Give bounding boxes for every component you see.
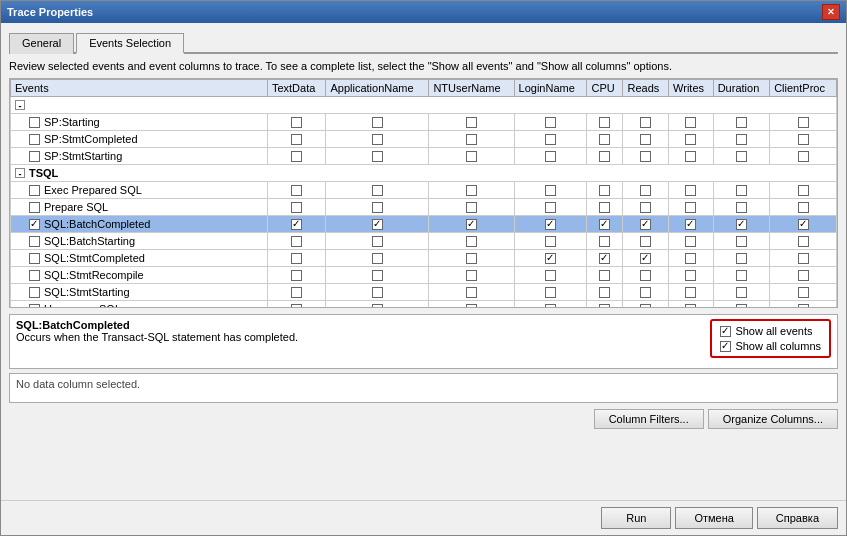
cell-checkbox[interactable] <box>736 236 747 247</box>
cell-checkbox[interactable] <box>798 134 809 145</box>
cell-checkbox[interactable] <box>640 219 651 230</box>
cell-checkbox[interactable] <box>372 202 383 213</box>
table-row[interactable]: SQL:StmtStarting <box>11 284 837 301</box>
table-row[interactable]: -TSQL <box>11 165 837 182</box>
cell-checkbox[interactable] <box>545 287 556 298</box>
cell-checkbox[interactable] <box>599 304 610 308</box>
show-all-columns-checkbox[interactable] <box>720 341 731 352</box>
cell-checkbox[interactable] <box>466 236 477 247</box>
cell-checkbox[interactable] <box>466 253 477 264</box>
cell-checkbox[interactable] <box>545 304 556 308</box>
cell-checkbox[interactable] <box>736 270 747 281</box>
cell-checkbox[interactable] <box>736 202 747 213</box>
row-checkbox[interactable] <box>29 253 40 264</box>
cell-checkbox[interactable] <box>291 236 302 247</box>
row-checkbox[interactable] <box>29 219 40 230</box>
cell-checkbox[interactable] <box>685 304 696 308</box>
cell-checkbox[interactable] <box>545 253 556 264</box>
cell-checkbox[interactable] <box>599 134 610 145</box>
cell-checkbox[interactable] <box>466 219 477 230</box>
cell-checkbox[interactable] <box>291 134 302 145</box>
cell-checkbox[interactable] <box>291 287 302 298</box>
show-all-columns-row[interactable]: Show all columns <box>720 340 821 352</box>
cell-checkbox[interactable] <box>685 270 696 281</box>
cell-checkbox[interactable] <box>736 151 747 162</box>
cell-checkbox[interactable] <box>599 287 610 298</box>
cell-checkbox[interactable] <box>372 219 383 230</box>
cell-checkbox[interactable] <box>599 185 610 196</box>
row-checkbox[interactable] <box>29 117 40 128</box>
cell-checkbox[interactable] <box>291 270 302 281</box>
cell-checkbox[interactable] <box>640 253 651 264</box>
cell-checkbox[interactable] <box>798 151 809 162</box>
cell-checkbox[interactable] <box>545 270 556 281</box>
cell-checkbox[interactable] <box>545 117 556 128</box>
cell-checkbox[interactable] <box>736 253 747 264</box>
cell-checkbox[interactable] <box>466 151 477 162</box>
cell-checkbox[interactable] <box>685 202 696 213</box>
table-row[interactable]: SP:StmtStarting <box>11 148 837 165</box>
cell-checkbox[interactable] <box>372 117 383 128</box>
table-row[interactable]: SP:Starting <box>11 114 837 131</box>
cell-checkbox[interactable] <box>372 134 383 145</box>
cell-checkbox[interactable] <box>685 219 696 230</box>
cell-checkbox[interactable] <box>798 304 809 308</box>
table-row[interactable]: Unprepare SQL <box>11 301 837 309</box>
cell-checkbox[interactable] <box>599 253 610 264</box>
run-button[interactable]: Run <box>601 507 671 529</box>
table-row[interactable]: SQL:StmtRecompile <box>11 267 837 284</box>
row-checkbox[interactable] <box>29 185 40 196</box>
column-filters-button[interactable]: Column Filters... <box>594 409 704 429</box>
cell-checkbox[interactable] <box>798 253 809 264</box>
cell-checkbox[interactable] <box>291 219 302 230</box>
cell-checkbox[interactable] <box>640 185 651 196</box>
cell-checkbox[interactable] <box>798 219 809 230</box>
tab-general[interactable]: General <box>9 33 74 54</box>
cell-checkbox[interactable] <box>736 304 747 308</box>
table-row[interactable]: SP:StmtCompleted <box>11 131 837 148</box>
help-button[interactable]: Справка <box>757 507 838 529</box>
cell-checkbox[interactable] <box>736 185 747 196</box>
cell-checkbox[interactable] <box>685 253 696 264</box>
row-checkbox[interactable] <box>29 270 40 281</box>
row-checkbox[interactable] <box>29 134 40 145</box>
cell-checkbox[interactable] <box>736 134 747 145</box>
cell-checkbox[interactable] <box>372 287 383 298</box>
row-checkbox[interactable] <box>29 287 40 298</box>
events-table-container[interactable]: Events TextData ApplicationName NTUserNa… <box>9 78 838 308</box>
cell-checkbox[interactable] <box>466 270 477 281</box>
cell-checkbox[interactable] <box>372 236 383 247</box>
cell-checkbox[interactable] <box>372 151 383 162</box>
cell-checkbox[interactable] <box>466 202 477 213</box>
cell-checkbox[interactable] <box>599 236 610 247</box>
cell-checkbox[interactable] <box>599 219 610 230</box>
cell-checkbox[interactable] <box>798 236 809 247</box>
cell-checkbox[interactable] <box>466 134 477 145</box>
cell-checkbox[interactable] <box>291 117 302 128</box>
cell-checkbox[interactable] <box>736 287 747 298</box>
cell-checkbox[interactable] <box>599 270 610 281</box>
cell-checkbox[interactable] <box>545 185 556 196</box>
cell-checkbox[interactable] <box>291 202 302 213</box>
cell-checkbox[interactable] <box>372 185 383 196</box>
cell-checkbox[interactable] <box>685 117 696 128</box>
cell-checkbox[interactable] <box>640 287 651 298</box>
cell-checkbox[interactable] <box>545 219 556 230</box>
cell-checkbox[interactable] <box>798 202 809 213</box>
cell-checkbox[interactable] <box>545 202 556 213</box>
cell-checkbox[interactable] <box>736 219 747 230</box>
cell-checkbox[interactable] <box>685 185 696 196</box>
cancel-button[interactable]: Отмена <box>675 507 752 529</box>
cell-checkbox[interactable] <box>640 270 651 281</box>
cell-checkbox[interactable] <box>466 304 477 308</box>
cell-checkbox[interactable] <box>291 253 302 264</box>
cell-checkbox[interactable] <box>798 185 809 196</box>
cell-checkbox[interactable] <box>466 287 477 298</box>
cell-checkbox[interactable] <box>466 185 477 196</box>
show-all-events-row[interactable]: Show all events <box>720 325 821 337</box>
cell-checkbox[interactable] <box>640 304 651 308</box>
cell-checkbox[interactable] <box>372 270 383 281</box>
cell-checkbox[interactable] <box>372 304 383 308</box>
tab-events-selection[interactable]: Events Selection <box>76 33 184 54</box>
cell-checkbox[interactable] <box>640 202 651 213</box>
